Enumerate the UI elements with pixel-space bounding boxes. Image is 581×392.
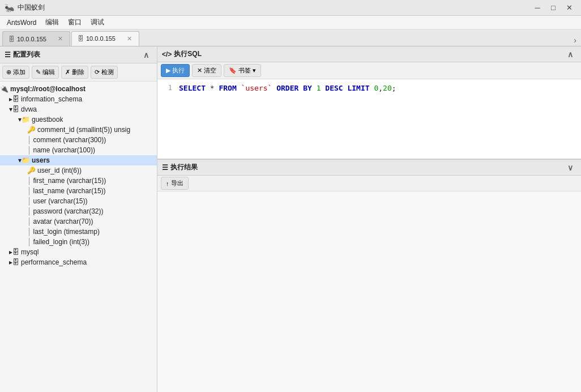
tree-label-15: failed_login (int(3)) bbox=[33, 238, 89, 246]
clear-icon: ✕ bbox=[197, 67, 202, 74]
sql-header-icon: </> bbox=[162, 50, 172, 58]
results-header: ☰ 执行结果 ∨ bbox=[157, 160, 581, 176]
bookmark-label: 书签 bbox=[238, 66, 251, 75]
detect-button[interactable]: ⟳ 检测 bbox=[91, 66, 118, 79]
tree-item-9[interactable]: │first_name (varchar(15)) bbox=[0, 176, 157, 186]
add-button[interactable]: ⊕ 添加 bbox=[2, 66, 29, 79]
menu-window[interactable]: 窗口 bbox=[63, 16, 86, 28]
tree-item-13[interactable]: │avatar (varchar(70)) bbox=[0, 216, 157, 227]
results-section: ☰ 执行结果 ∨ ↑ 导出 bbox=[157, 160, 581, 392]
delete-button[interactable]: ✗ 删除 bbox=[61, 66, 88, 79]
tree-item-0[interactable]: 🔌mysql://root@localhost bbox=[0, 84, 157, 94]
tab-1-icon: 🗄 bbox=[78, 35, 84, 42]
tab-0-icon: 🗄 bbox=[8, 36, 15, 42]
results-icon: ☰ bbox=[162, 164, 168, 172]
tree-item-4[interactable]: 🔑comment_id (smallint(5)) unsig bbox=[0, 125, 157, 135]
tree-item-14[interactable]: │last_login (timestamp) bbox=[0, 227, 157, 237]
results-section-toggle[interactable]: ∨ bbox=[564, 163, 576, 172]
delete-label: 删除 bbox=[72, 68, 84, 76]
tree-label-9: first_name (varchar(15)) bbox=[33, 177, 106, 185]
left-panel-collapse[interactable]: ∧ bbox=[140, 50, 152, 59]
delete-icon: ✗ bbox=[65, 69, 70, 76]
sql-content: SELECT * FROM `users` ORDER BY 1 DESC LI… bbox=[179, 84, 396, 92]
tree-item-11[interactable]: │user (varchar(15)) bbox=[0, 196, 157, 206]
tree-item-2[interactable]: ▾🗄dvwa bbox=[0, 104, 157, 114]
tree-item-10[interactable]: │last_name (varchar(15)) bbox=[0, 186, 157, 196]
tree-item-7[interactable]: ▾📁users bbox=[0, 155, 157, 165]
tree-icon-11: │ bbox=[27, 197, 32, 205]
main-area: ☰ 配置列表 ∧ ⊕ 添加 ✎ 编辑 ✗ 删除 ⟳ 检测 🔌mysql: bbox=[0, 46, 581, 392]
menu-antssword[interactable]: AntsWord bbox=[2, 18, 41, 28]
add-label: 添加 bbox=[13, 68, 25, 76]
tree-icon-0: 🔌 bbox=[0, 85, 8, 93]
sql-header: </> 执行SQL ∧ bbox=[157, 46, 581, 62]
menubar: AntsWord 编辑 窗口 调试 bbox=[0, 16, 581, 29]
tree-label-1: information_schema bbox=[21, 95, 82, 103]
results-title: 执行结果 bbox=[170, 163, 198, 172]
tab-0-label: 10.0.0.155 bbox=[17, 36, 46, 42]
tree-label-17: performance_schema bbox=[21, 258, 87, 266]
tab-1-label: 10.0.0.155 bbox=[86, 35, 116, 42]
menu-debug[interactable]: 调试 bbox=[86, 16, 109, 28]
add-icon: ⊕ bbox=[6, 69, 11, 76]
maximize-button[interactable]: □ bbox=[546, 2, 561, 14]
sql-editor[interactable]: 1 SELECT * FROM `users` ORDER BY 1 DESC … bbox=[157, 79, 581, 159]
tree-icon-8: 🔑 bbox=[27, 167, 36, 174]
export-button[interactable]: ↑ 导出 bbox=[161, 177, 189, 190]
detect-icon: ⟳ bbox=[95, 69, 100, 76]
tree-label-16: mysql bbox=[21, 248, 39, 256]
tree-item-16[interactable]: ▸🗄mysql bbox=[0, 247, 157, 257]
tab-0[interactable]: 🗄 10.0.0.155 ✕ bbox=[2, 31, 70, 46]
tab-1-close[interactable]: ✕ bbox=[126, 35, 133, 43]
execute-button[interactable]: ▶ 执行 bbox=[161, 64, 190, 77]
execute-icon: ▶ bbox=[166, 67, 170, 74]
tabbar: 🗄 10.0.0.155 ✕ 🗄 10.0.0.155 ✕ › bbox=[0, 29, 581, 46]
tree-item-1[interactable]: ▸🗄information_schema bbox=[0, 94, 157, 104]
tree-icon-7: ▾📁 bbox=[18, 156, 30, 164]
sql-section-toggle[interactable]: ∧ bbox=[564, 50, 576, 59]
tree-item-8[interactable]: 🔑user_id (int(6)) bbox=[0, 165, 157, 176]
bookmark-arrow: ▾ bbox=[253, 67, 256, 74]
right-panel: </> 执行SQL ∧ ▶ 执行 ✕ 清空 🔖 书签 ▾ bbox=[157, 46, 581, 392]
menu-edit[interactable]: 编辑 bbox=[41, 16, 63, 28]
edit-icon: ✎ bbox=[36, 69, 41, 76]
tree-icon-6: │ bbox=[27, 146, 32, 154]
tree-icon-3: ▾📁 bbox=[18, 116, 30, 123]
tab-0-close[interactable]: ✕ bbox=[57, 35, 64, 43]
sql-header-title: 执行SQL bbox=[174, 49, 202, 59]
left-toolbar: ⊕ 添加 ✎ 编辑 ✗ 删除 ⟳ 检测 bbox=[0, 63, 157, 82]
tree-item-6[interactable]: │name (varchar(100)) bbox=[0, 145, 157, 155]
tab-add-button[interactable]: › bbox=[569, 35, 581, 46]
tree-item-3[interactable]: ▾📁guestbook bbox=[0, 114, 157, 125]
export-icon: ↑ bbox=[166, 180, 169, 187]
tree-label-14: last_login (timestamp) bbox=[33, 228, 100, 236]
close-button[interactable]: ✕ bbox=[562, 2, 576, 14]
sql-toolbar: ▶ 执行 ✕ 清空 🔖 书签 ▾ bbox=[157, 62, 581, 79]
tree-label-6: name (varchar(100)) bbox=[33, 146, 95, 154]
tab-1[interactable]: 🗄 10.0.0.155 ✕ bbox=[71, 31, 139, 46]
tree-item-15[interactable]: │failed_login (int(3)) bbox=[0, 237, 157, 247]
sql-lineno: 1 bbox=[163, 84, 172, 92]
tree-icon-1: ▸🗄 bbox=[9, 95, 19, 103]
titlebar: 🐜 中国蚁剑 ─ □ ✕ bbox=[0, 0, 581, 16]
results-table-container[interactable] bbox=[157, 191, 581, 392]
window-controls: ─ □ ✕ bbox=[530, 2, 576, 14]
bookmark-button[interactable]: 🔖 书签 ▾ bbox=[224, 64, 261, 77]
edit-button[interactable]: ✎ 编辑 bbox=[32, 66, 59, 79]
minimize-button[interactable]: ─ bbox=[530, 2, 545, 14]
tree-item-12[interactable]: │password (varchar(32)) bbox=[0, 206, 157, 216]
clear-button[interactable]: ✕ 清空 bbox=[192, 64, 221, 77]
tree-label-8: user_id (int(6)) bbox=[37, 167, 82, 174]
tree-item-17[interactable]: ▸🗄performance_schema bbox=[0, 257, 157, 267]
database-tree: 🔌mysql://root@localhost▸🗄information_sch… bbox=[0, 82, 157, 392]
tree-label-5: comment (varchar(300)) bbox=[33, 136, 106, 144]
config-list-icon: ☰ bbox=[5, 51, 11, 59]
tree-item-5[interactable]: │comment (varchar(300)) bbox=[0, 135, 157, 145]
app-icon: 🐜 bbox=[5, 3, 14, 12]
config-list-header: ☰ 配置列表 ∧ bbox=[0, 46, 157, 63]
config-list-title: 配置列表 bbox=[13, 50, 40, 59]
tree-icon-15: │ bbox=[27, 238, 32, 246]
tree-icon-17: ▸🗄 bbox=[9, 258, 19, 266]
tree-icon-14: │ bbox=[27, 228, 32, 236]
export-label: 导出 bbox=[171, 179, 183, 188]
